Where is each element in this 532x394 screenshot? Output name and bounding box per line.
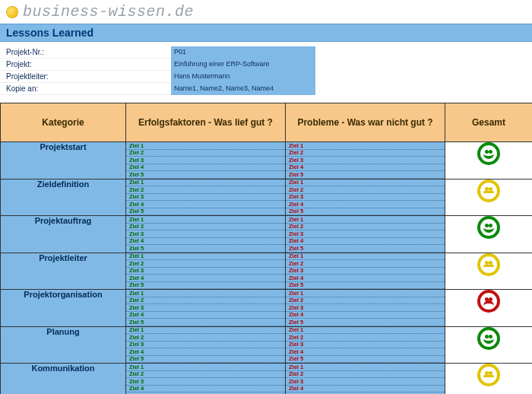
ziel-item: Ziel 1: [286, 253, 445, 261]
ziel-item: Ziel 1: [126, 364, 285, 371]
rating-cell: [445, 326, 533, 364]
smiley-green-icon: [477, 142, 500, 165]
success-cell: Ziel 1Ziel 2Ziel 3Ziel 4Ziel 5: [126, 179, 286, 216]
table-row: ProjektorganisationZiel 1Ziel 2Ziel 3Zie…: [1, 290, 533, 327]
ziel-item: Ziel 2: [286, 334, 445, 342]
ziel-item: Ziel 4: [126, 201, 285, 208]
ziel-item: Ziel 5: [286, 245, 445, 253]
problem-cell: Ziel 1Ziel 2Ziel 3Ziel 4Ziel 5: [286, 364, 445, 395]
ziel-item: Ziel 4: [286, 275, 445, 282]
problem-cell: Ziel 1Ziel 2Ziel 3Ziel 4Ziel 5: [286, 216, 445, 253]
brand-header: business-wissen.de: [0, 0, 532, 24]
ziel-item: Ziel 5: [126, 208, 285, 216]
category-cell: Projektorganisation: [1, 290, 126, 327]
category-cell: Projektleiter: [1, 253, 126, 290]
ziel-item: Ziel 2: [286, 371, 445, 379]
meta-value: Name1, Name2, Name3, Name4: [171, 83, 315, 95]
ziel-item: Ziel 3: [286, 268, 445, 275]
meta-row: Projektleiter:Hans Mustermann: [0, 71, 532, 83]
table-row: ZieldefinitionZiel 1Ziel 2Ziel 3Ziel 4Zi…: [1, 179, 533, 216]
lessons-table: Kategorie Erfolgsfaktoren - Was lief gut…: [0, 103, 532, 394]
ziel-item: Ziel 3: [126, 268, 285, 275]
problem-cell: Ziel 1Ziel 2Ziel 3Ziel 4Ziel 5: [286, 179, 445, 216]
problem-cell: Ziel 1Ziel 2Ziel 3Ziel 4Ziel 5: [286, 253, 445, 290]
meta-row: Kopie an:Name1, Name2, Name3, Name4: [0, 83, 532, 95]
ziel-item: Ziel 2: [126, 186, 285, 194]
ziel-item: Ziel 5: [286, 356, 445, 364]
category-cell: Kommunikation: [1, 364, 126, 395]
ziel-item: Ziel 2: [126, 297, 285, 305]
ziel-item: Ziel 2: [286, 186, 445, 194]
meta-value: Hans Mustermann: [171, 71, 315, 83]
success-cell: Ziel 1Ziel 2Ziel 3Ziel 4Ziel 5: [126, 142, 286, 180]
ziel-item: Ziel 2: [286, 260, 445, 268]
problem-cell: Ziel 1Ziel 2Ziel 3Ziel 4Ziel 5: [286, 290, 445, 327]
success-cell: Ziel 1Ziel 2Ziel 3Ziel 4Ziel 5: [126, 216, 286, 253]
ziel-item: Ziel 3: [286, 378, 445, 386]
ziel-item: Ziel 3: [286, 194, 445, 202]
ziel-item: Ziel 1: [126, 327, 285, 335]
ziel-item: Ziel 2: [126, 334, 285, 342]
meta-row: Projekt:Einführung einer ERP-Software: [0, 59, 532, 71]
category-cell: Projektauftrag: [1, 216, 126, 253]
ziel-item: Ziel 4: [126, 386, 285, 393]
ziel-item: Ziel 3: [286, 157, 445, 164]
ziel-item: Ziel 5: [126, 171, 285, 179]
ziel-item: Ziel 3: [286, 230, 445, 238]
ziel-item: Ziel 2: [286, 150, 445, 157]
smiley-yellow-icon: [477, 253, 500, 276]
ziel-item: Ziel 1: [286, 180, 445, 187]
success-cell: Ziel 1Ziel 2Ziel 3Ziel 4Ziel 5: [126, 364, 286, 395]
ziel-item: Ziel 2: [126, 260, 285, 268]
table-row: ProjektstartZiel 1Ziel 2Ziel 3Ziel 4Ziel…: [1, 142, 533, 180]
rating-cell: [445, 179, 533, 216]
ziel-item: Ziel 1: [126, 216, 285, 224]
ziel-item: Ziel 5: [126, 282, 285, 290]
ziel-item: Ziel 5: [126, 245, 285, 253]
col-good: Erfolgsfaktoren - Was lief gut ?: [126, 103, 286, 142]
col-total: Gesamt: [445, 103, 533, 142]
success-cell: Ziel 1Ziel 2Ziel 3Ziel 4Ziel 5: [126, 326, 286, 364]
ziel-item: Ziel 2: [286, 224, 445, 231]
ziel-item: Ziel 1: [286, 216, 445, 224]
ziel-item: Ziel 4: [286, 238, 445, 246]
ziel-item: Ziel 5: [286, 208, 445, 216]
smiley-red-icon: [477, 290, 500, 313]
meta-label: Kopie an:: [0, 83, 171, 95]
meta-row: Projekt-Nr.:P01: [0, 46, 532, 59]
ziel-item: Ziel 3: [286, 304, 445, 312]
ziel-item: Ziel 5: [286, 282, 445, 290]
category-cell: Planung: [1, 326, 126, 364]
rating-cell: [445, 364, 533, 395]
smiley-yellow-icon: [477, 364, 500, 386]
meta-block: Projekt-Nr.:P01Projekt:Einführung einer …: [0, 46, 532, 95]
ziel-item: Ziel 1: [286, 364, 445, 371]
ziel-item: Ziel 2: [126, 150, 285, 157]
meta-label: Projekt:: [0, 59, 171, 71]
meta-label: Projektleiter:: [0, 71, 171, 83]
rating-cell: [445, 142, 533, 180]
col-bad: Probleme - Was war nicht gut ?: [286, 103, 445, 142]
success-cell: Ziel 1Ziel 2Ziel 3Ziel 4Ziel 5: [126, 290, 286, 327]
ziel-item: Ziel 4: [126, 348, 285, 356]
problem-cell: Ziel 1Ziel 2Ziel 3Ziel 4Ziel 5: [286, 326, 445, 364]
ziel-item: Ziel 5: [126, 356, 285, 364]
ziel-item: Ziel 2: [126, 224, 285, 231]
ziel-item: Ziel 1: [126, 180, 285, 187]
smiley-green-icon: [477, 327, 500, 350]
meta-label: Projekt-Nr.:: [0, 46, 171, 59]
logo-icon: [6, 6, 18, 18]
brand-text: business-wissen.de: [23, 3, 194, 21]
rating-cell: [445, 290, 533, 327]
ziel-item: Ziel 3: [286, 342, 445, 349]
ziel-item: Ziel 4: [286, 386, 445, 393]
meta-value: Einführung einer ERP-Software: [171, 59, 315, 71]
ziel-item: Ziel 4: [286, 201, 445, 208]
success-cell: Ziel 1Ziel 2Ziel 3Ziel 4Ziel 5: [126, 253, 286, 290]
page-title: Lessons Learned: [0, 24, 532, 42]
ziel-item: Ziel 3: [126, 157, 285, 164]
ziel-item: Ziel 1: [286, 290, 445, 297]
ziel-item: Ziel 4: [126, 312, 285, 319]
ziel-item: Ziel 2: [126, 371, 285, 379]
ziel-item: Ziel 3: [126, 230, 285, 238]
